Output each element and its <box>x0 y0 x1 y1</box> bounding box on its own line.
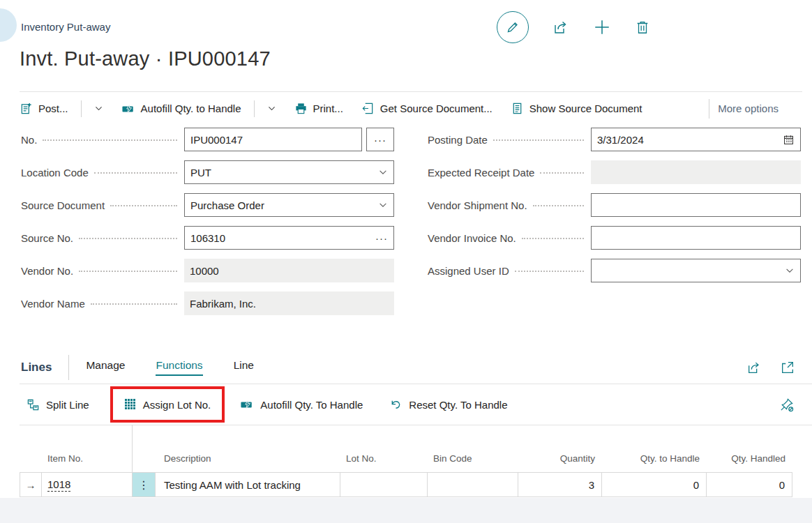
dotted-leader <box>493 139 584 141</box>
get-source-document-button[interactable]: Get Source Document... <box>361 102 493 115</box>
tab-line[interactable]: Line <box>234 359 254 376</box>
table-row: → 1018 ⋮ Testing AAM with Lot tracking 3… <box>20 473 792 497</box>
tab-functions[interactable]: Functions <box>156 359 202 376</box>
dotted-leader <box>79 238 177 239</box>
autofill-qty-to-handle-label: Autofill Qty. To Handle <box>260 399 363 411</box>
chevron-down-icon <box>378 200 388 210</box>
more-options-label: More options <box>718 103 779 114</box>
dotted-leader <box>515 271 584 272</box>
field-label: Source Document <box>21 199 105 211</box>
cell-description[interactable]: Testing AAM with Lot tracking <box>156 473 340 497</box>
field-source-document: Source Document <box>21 193 394 217</box>
lines-tabs: Manage Functions Line <box>86 359 254 376</box>
split-line-icon <box>27 398 40 411</box>
column-header-quantity[interactable]: Quantity <box>518 453 602 472</box>
show-source-document-icon <box>511 102 524 115</box>
field-label: Vendor Shipment No. <box>428 199 527 211</box>
split-divider <box>254 100 255 117</box>
chevron-down-icon <box>378 167 388 177</box>
cell-item-no[interactable]: 1018 <box>42 473 133 497</box>
share-icon[interactable] <box>746 360 762 375</box>
split-line-label: Split Line <box>46 399 89 411</box>
calendar-icon[interactable] <box>783 134 795 146</box>
cell-lot-no[interactable] <box>340 473 428 497</box>
dotted-leader <box>522 238 584 239</box>
show-source-document-button[interactable]: Show Source Document <box>511 102 642 115</box>
column-header-item-no[interactable]: Item No. <box>42 425 133 472</box>
main-toolbar: Post... Autofill Qty. to Handle <box>20 91 802 125</box>
field-assigned-user-id: Assigned User ID <box>428 259 801 282</box>
field-label: Vendor No. <box>21 265 73 277</box>
edit-pencil-icon[interactable] <box>497 11 529 43</box>
no-assist-button[interactable]: ··· <box>366 128 394 151</box>
autofill-icon <box>121 103 135 115</box>
dotted-leader <box>79 271 177 272</box>
assigned-user-id-combobox[interactable] <box>591 259 801 282</box>
highlight-box: Assign Lot No. <box>110 386 225 423</box>
more-options-button[interactable]: More options <box>700 99 802 119</box>
item-no-value: 1018 <box>47 478 70 492</box>
vendor-shipment-no-input[interactable] <box>592 194 800 216</box>
vendor-invoice-no-input[interactable] <box>592 227 800 249</box>
source-document-input[interactable] <box>185 194 378 216</box>
cell-qty-handled[interactable]: 0 <box>707 473 792 497</box>
dotted-leader <box>533 205 584 206</box>
tab-manage[interactable]: Manage <box>86 359 125 376</box>
lines-title: Lines <box>21 361 52 374</box>
row-menu-icon[interactable]: ⋮ <box>133 473 156 497</box>
field-label: Vendor Invoice No. <box>428 232 516 244</box>
column-header-qty-handled[interactable]: Qty. Handled <box>707 453 792 472</box>
split-divider <box>81 100 82 117</box>
post-button[interactable]: Post... <box>20 100 103 117</box>
field-label: Assigned User ID <box>428 265 509 277</box>
split-line-button[interactable]: Split Line <box>27 398 89 411</box>
location-code-combobox[interactable] <box>184 160 394 184</box>
location-code-input[interactable] <box>185 161 378 183</box>
breadcrumb[interactable]: Inventory Put-away <box>21 21 110 33</box>
cell-bin-code[interactable] <box>428 473 518 497</box>
column-header-qty-to-handle[interactable]: Qty. to Handle <box>602 453 707 472</box>
print-button[interactable]: Print... <box>294 102 343 115</box>
chevron-down-icon[interactable] <box>267 104 276 113</box>
source-no-assist-ellipsis[interactable]: ··· <box>375 232 388 244</box>
inventory-put-away-page: Inventory Put-away Invt. Put-away · IPU0… <box>0 0 812 523</box>
source-document-combobox[interactable] <box>184 193 394 217</box>
column-header-description[interactable]: Description <box>156 453 340 472</box>
lines-table: Item No. Description Lot No. Bin Code Qu… <box>20 425 792 497</box>
autofill-qty-button[interactable]: Autofill Qty. to Handle <box>121 100 276 117</box>
column-header-bin-code[interactable]: Bin Code <box>428 453 518 472</box>
no-input[interactable] <box>185 128 361 151</box>
autofill-qty-label: Autofill Qty. to Handle <box>141 103 241 114</box>
field-vendor-shipment-no: Vendor Shipment No. <box>428 193 801 217</box>
field-label: Location Code <box>21 167 89 179</box>
lot-grid-icon <box>124 398 137 411</box>
dotted-leader <box>540 172 584 174</box>
lines-toolbar: Split Line Assign Lot No. Autofill Qty. … <box>20 384 812 425</box>
field-label: Expected Receipt Date <box>428 167 534 179</box>
autofill-qty-to-handle-button[interactable]: Autofill Qty. To Handle <box>240 398 363 411</box>
assigned-user-id-input[interactable] <box>592 259 785 282</box>
table-header-row: Item No. Description Lot No. Bin Code Qu… <box>20 425 792 473</box>
post-label: Post... <box>38 103 68 114</box>
posting-date-input[interactable] <box>592 128 783 151</box>
delete-trash-icon[interactable] <box>635 20 650 35</box>
source-no-input[interactable] <box>185 227 375 249</box>
posting-date-input-box <box>591 128 801 151</box>
chevron-down-icon[interactable] <box>94 104 103 113</box>
page-action-bar <box>497 11 650 43</box>
get-source-document-icon <box>361 102 375 115</box>
unpin-icon[interactable] <box>779 397 794 412</box>
assign-lot-no-button[interactable]: Assign Lot No. <box>124 398 211 411</box>
expand-icon[interactable] <box>780 360 795 375</box>
dotted-leader <box>110 205 177 206</box>
new-plus-icon[interactable] <box>593 18 611 36</box>
cell-quantity[interactable]: 3 <box>518 473 602 497</box>
share-icon[interactable] <box>552 19 569 36</box>
empty-area <box>0 498 812 523</box>
field-posting-date: Posting Date <box>428 128 801 151</box>
cell-qty-to-handle[interactable]: 0 <box>602 473 707 497</box>
reset-qty-to-handle-button[interactable]: Reset Qty. To Handle <box>389 398 507 411</box>
vendor-name-value: Fabrikam, Inc. <box>184 298 262 310</box>
field-source-no: Source No. ··· <box>21 226 394 250</box>
column-header-lot-no[interactable]: Lot No. <box>340 453 428 472</box>
